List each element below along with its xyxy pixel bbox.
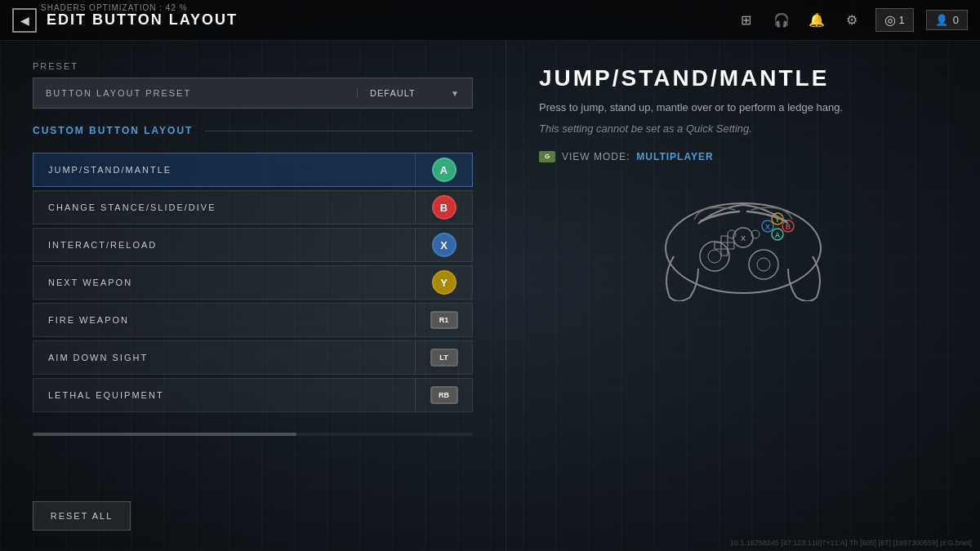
action-title: JUMP/STAND/MANTLE: [539, 65, 947, 91]
top-bar-right: ⊞ 🎧 🔔 ⚙ ◎ 1 👤 0: [735, 8, 968, 32]
key-badge: RB: [430, 386, 458, 404]
back-button[interactable]: ◀: [12, 8, 37, 33]
key-badge: B: [432, 195, 457, 220]
profile-badge: 👤 0: [926, 10, 968, 30]
headset-icon[interactable]: 🎧: [770, 9, 793, 32]
rank-badge: ◎ 1: [875, 8, 914, 32]
view-mode-icon: G: [539, 151, 555, 162]
profile-score: 0: [953, 14, 959, 26]
button-row-key: X: [415, 229, 472, 261]
custom-layout-title: CUSTOM BUTTON LAYOUT: [33, 125, 205, 136]
profile-icon: 👤: [935, 14, 948, 26]
preset-section: PRESET BUTTON LAYOUT PRESET DEFAULT ▼: [33, 61, 473, 109]
button-row-key: B: [415, 191, 472, 224]
controller-diagram: X A B X Y: [653, 179, 833, 301]
svg-text:A: A: [775, 231, 781, 239]
bell-icon[interactable]: 🔔: [805, 9, 828, 32]
button-row-key: Y: [415, 266, 472, 299]
preset-dropdown-name: BUTTON LAYOUT PRESET: [33, 88, 358, 98]
reset-all-button[interactable]: RESET ALL: [33, 501, 131, 531]
button-row[interactable]: FIRE WEAPONR1: [33, 303, 473, 337]
view-mode-value[interactable]: MULTIPLAYER: [636, 151, 713, 162]
button-row[interactable]: INTERACT/RELOADX: [33, 228, 473, 262]
view-mode-bar: G VIEW MODE: MULTIPLAYER: [539, 151, 947, 162]
key-badge: X: [432, 233, 457, 257]
svg-text:X: X: [765, 223, 770, 231]
svg-point-18: [728, 230, 736, 238]
quick-setting-note: This setting cannot be set as a Quick Se…: [539, 122, 947, 135]
svg-text:B: B: [786, 223, 791, 231]
right-panel: JUMP/STAND/MANTLE Press to jump, stand u…: [506, 41, 980, 551]
custom-layout-header: CUSTOM BUTTON LAYOUT: [33, 125, 473, 136]
key-badge: Y: [432, 270, 457, 295]
view-mode-label: VIEW MODE:: [562, 151, 630, 162]
key-badge: LT: [430, 349, 458, 367]
dropdown-arrow-icon: ▼: [451, 89, 460, 98]
page-title: EDIT BUTTON LAYOUT: [47, 11, 238, 29]
svg-text:X: X: [741, 234, 746, 242]
button-row[interactable]: CHANGE STANCE/SLIDE/DIVEB: [33, 190, 473, 224]
controller-area: X A B X Y: [539, 179, 947, 318]
preset-dropdown-value: DEFAULT ▼: [358, 88, 472, 98]
button-row-label: FIRE WEAPON: [33, 315, 415, 325]
button-row-label: JUMP/STAND/MANTLE: [33, 165, 415, 175]
preset-dropdown[interactable]: BUTTON LAYOUT PRESET DEFAULT ▼: [33, 78, 473, 109]
svg-point-3: [749, 250, 778, 279]
button-row-label: CHANGE STANCE/SLIDE/DIVE: [33, 202, 415, 212]
grid-icon[interactable]: ⊞: [735, 9, 758, 32]
button-row[interactable]: NEXT WEAPONY: [33, 265, 473, 300]
button-row-label: NEXT WEAPON: [33, 278, 415, 287]
action-description: Press to jump, stand up, mantle over or …: [539, 100, 947, 116]
button-row-key: RB: [415, 379, 472, 411]
button-row-label: AIM DOWN SIGHT: [33, 353, 415, 362]
shaders-info: SHADERS OPTIMIZATION : 42 %: [41, 3, 188, 12]
debug-info: 10.1.16258245 [47:123:110]7+11:A] Th [60…: [730, 539, 972, 547]
left-panel: PRESET BUTTON LAYOUT PRESET DEFAULT ▼ CU…: [0, 41, 506, 551]
rank-icon: ◎: [884, 12, 896, 28]
header-divider: [205, 131, 473, 131]
main-content: PRESET BUTTON LAYOUT PRESET DEFAULT ▼ CU…: [0, 41, 980, 551]
button-row-key: R1: [415, 304, 472, 336]
app-container: SHADERS OPTIMIZATION : 42 % ◀ EDIT BUTTO…: [0, 0, 980, 551]
button-list: JUMP/STAND/MANTLEACHANGE STANCE/SLIDE/DI…: [33, 153, 473, 412]
button-row[interactable]: LETHAL EQUIPMENTRB: [33, 378, 473, 412]
rank-number: 1: [899, 14, 905, 26]
button-row-label: INTERACT/RELOAD: [33, 240, 415, 250]
svg-point-2: [708, 250, 721, 263]
button-row[interactable]: AIM DOWN SIGHTLT: [33, 340, 473, 375]
back-icon: ◀: [20, 14, 29, 27]
button-row-key: A: [415, 153, 472, 186]
scroll-thumb: [33, 433, 296, 436]
svg-point-0: [666, 203, 821, 293]
settings-icon[interactable]: ⚙: [840, 9, 863, 32]
svg-point-4: [757, 258, 770, 271]
button-row-key: LT: [415, 341, 472, 374]
key-badge: R1: [430, 311, 458, 329]
key-badge: A: [432, 158, 457, 182]
button-row[interactable]: JUMP/STAND/MANTLEA: [33, 153, 473, 187]
preset-label: PRESET: [33, 61, 473, 71]
button-row-label: LETHAL EQUIPMENT: [33, 390, 415, 400]
top-bar: SHADERS OPTIMIZATION : 42 % ◀ EDIT BUTTO…: [0, 0, 980, 41]
scroll-indicator: [33, 433, 473, 436]
